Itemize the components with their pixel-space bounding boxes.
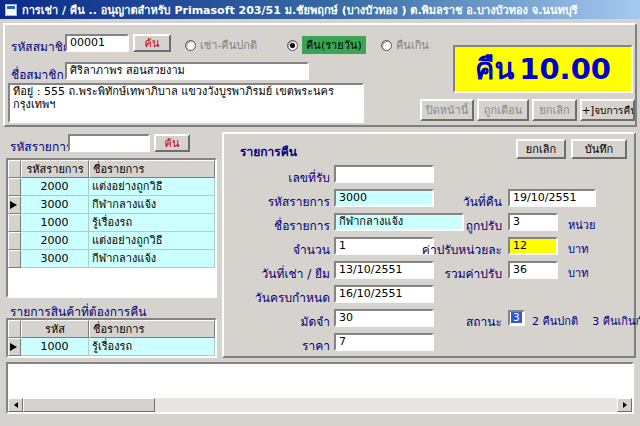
radio-overdue-return[interactable]: คืนเกิน	[381, 36, 429, 54]
scrollbar-track[interactable]	[23, 398, 617, 412]
item-code-field-label: รหัสรายการ	[226, 192, 330, 211]
return-panel: รายการคืน ยกเลิก บันทึก เลขที่รับ รหัสรา…	[222, 132, 636, 358]
radio-selected-icon	[287, 40, 298, 51]
item-code-label: รหัสรายการ	[10, 137, 72, 156]
radio-icon	[381, 40, 392, 51]
item-code-field[interactable]	[68, 134, 150, 152]
cell-item-code[interactable]: 3000	[21, 196, 89, 214]
row-gutter[interactable]	[8, 196, 21, 214]
column-header-code[interactable]: รหัส	[21, 320, 89, 338]
table-row-selected[interactable]: 3000 กีฬากลางแจ้ง	[8, 196, 215, 214]
member-address-box[interactable]: ที่อยู่ : 555 ถ.พระพิทักษ์เทพาภิบาล แขวง…	[8, 83, 364, 123]
return-items-grid: รหัส ชื่อรายการ 1000 รู้เรื่องรถ	[6, 318, 217, 358]
column-header-item-code[interactable]: รหัสรายการ	[21, 160, 89, 178]
items-grid: รหัสรายการ ชื่อรายการ 2000 แต่งอย่างถูกว…	[6, 158, 217, 298]
amount-display: คืน 10.00	[453, 45, 633, 93]
status-label: สถานะ	[402, 312, 502, 331]
cell-item-code[interactable]: 3000	[21, 250, 89, 268]
app-window: การเช่า / คืน .. อนุญาตสำหรับ Primasoft …	[0, 0, 640, 426]
row-gutter[interactable]	[8, 338, 21, 356]
fine-per-unit-field[interactable]: 12	[508, 237, 558, 255]
window-title: การเช่า / คืน .. อนุญาตสำหรับ Primasoft …	[22, 1, 578, 19]
cell-item-name[interactable]: กีฬากลางแจ้ง	[89, 196, 215, 214]
row-gutter[interactable]	[8, 178, 21, 196]
radio-label: คืน(รายวัน)	[302, 36, 366, 54]
fined-label: ถูกปรับ	[402, 216, 502, 235]
radio-label: คืนเกิน	[396, 36, 429, 54]
member-code-field[interactable]: 00001	[65, 34, 129, 52]
row-gutter-header	[8, 320, 21, 338]
radio-normal-return[interactable]: เช่า-คืนปกติ	[185, 36, 257, 54]
table-row[interactable]: 3000 กีฬากลางแจ้ง	[8, 250, 215, 268]
cell-item-name[interactable]: รู้เรื่องรถ	[89, 214, 215, 232]
status-field[interactable]: 3	[508, 310, 525, 326]
fine-per-unit-label: ค่าปรับหน่วยละ	[402, 240, 502, 259]
status-value: 3	[511, 312, 521, 323]
price-field[interactable]: 7	[334, 333, 434, 351]
cell-item-name[interactable]: แต่งอย่างถูกวิธี	[89, 232, 215, 250]
table-row[interactable]: 1000 รู้เรื่องรถ	[8, 214, 215, 232]
cell-item-code[interactable]: 1000	[21, 214, 89, 232]
member-code-label: รหัสสมาชิก	[11, 37, 70, 56]
cell-item-code[interactable]: 2000	[21, 232, 89, 250]
quantity-label: จำนวน	[226, 240, 330, 259]
display-amount: 10.00	[519, 52, 611, 86]
return-date-label: วันที่คืน	[402, 192, 502, 211]
fined-field[interactable]: 3	[508, 213, 558, 231]
app-icon	[5, 4, 17, 16]
scroll-left-button[interactable]	[8, 398, 23, 412]
table-row[interactable]: 2000 แต่งอย่างถูกวิธี	[8, 232, 215, 250]
cell-name[interactable]: รู้เรื่องรถ	[89, 338, 215, 356]
member-search-button[interactable]: ค้น	[133, 34, 171, 52]
fined-unit-label: หน่วย	[568, 216, 595, 234]
row-gutter[interactable]	[8, 214, 21, 232]
rent-date-label: วันที่เช่า / ยืม	[226, 264, 330, 283]
arrow-left-icon	[14, 402, 18, 408]
fine-unit-label: บาท	[568, 240, 588, 258]
scrollbar-thumb[interactable]	[23, 398, 155, 412]
row-gutter[interactable]	[8, 232, 21, 250]
cell-code[interactable]: 1000	[21, 338, 89, 356]
radio-icon	[185, 40, 196, 51]
member-section: รหัสสมาชิก 00001 ค้น เช่า-คืนปกติ คืน(รา…	[3, 23, 637, 127]
current-record-marker-icon	[10, 201, 17, 209]
radio-daily-return[interactable]: คืน(รายวัน)	[287, 36, 366, 54]
table-row-selected[interactable]: 1000 รู้เรื่องรถ	[8, 338, 215, 356]
due-date-label: วันครบกำหนด	[226, 288, 330, 307]
price-label: ราคา	[226, 336, 330, 355]
status-legend: 2 คืนปกติ 3 คืนเกินกำหนด	[532, 312, 640, 330]
due-date-field[interactable]: 16/10/2551	[334, 285, 434, 303]
finish-return-button[interactable]: [+]จบการคืน	[580, 99, 635, 121]
cancel-button[interactable]: ยกเลิก	[516, 139, 566, 159]
save-button[interactable]: บันทึก	[571, 139, 627, 159]
cell-item-name[interactable]: กีฬากลางแจ้ง	[89, 250, 215, 268]
return-date-field[interactable]: 19/10/2551	[508, 189, 596, 207]
receipt-no-field[interactable]	[334, 165, 434, 183]
column-header-item-name[interactable]: ชื่อรายการ	[89, 160, 215, 178]
close-page-button[interactable]: ปิดหน้านี้	[420, 99, 474, 121]
scroll-right-button[interactable]	[617, 398, 632, 412]
cancel-button-top[interactable]: ยกเลิก	[532, 99, 577, 121]
arrow-right-icon	[623, 402, 627, 408]
table-row[interactable]: 2000 แต่งอย่างถูกวิธี	[8, 178, 215, 196]
cell-item-code[interactable]: 2000	[21, 178, 89, 196]
cell-item-name[interactable]: แต่งอย่างถูกวิธี	[89, 178, 215, 196]
horizontal-scrollbar[interactable]	[8, 398, 632, 412]
row-gutter-header	[8, 160, 21, 178]
item-search-button[interactable]: ค้น	[154, 134, 190, 152]
return-panel-title: รายการคืน	[240, 142, 297, 161]
warned-button[interactable]: ถูกเตือน	[477, 99, 529, 121]
item-name-field-label: ชื่อรายการ	[226, 216, 330, 235]
row-gutter[interactable]	[8, 250, 21, 268]
title-bar[interactable]: การเช่า / คืน .. อนุญาตสำหรับ Primasoft …	[0, 0, 640, 19]
member-name-field[interactable]: ศิริลาภาพร สอนสวยงาม	[65, 62, 309, 80]
bottom-grid-area	[6, 362, 634, 414]
total-fine-unit-label: บาท	[568, 264, 588, 282]
column-header-name[interactable]: ชื่อรายการ	[89, 320, 215, 338]
total-fine-field[interactable]: 36	[508, 261, 558, 279]
member-name-label: ชื่อสมาชิก	[11, 65, 64, 84]
return-grid-header: รหัส ชื่อรายการ	[8, 320, 215, 338]
display-action-label: คืน	[475, 46, 514, 92]
radio-label: เช่า-คืนปกติ	[200, 36, 257, 54]
items-grid-header: รหัสรายการ ชื่อรายการ	[8, 160, 215, 178]
